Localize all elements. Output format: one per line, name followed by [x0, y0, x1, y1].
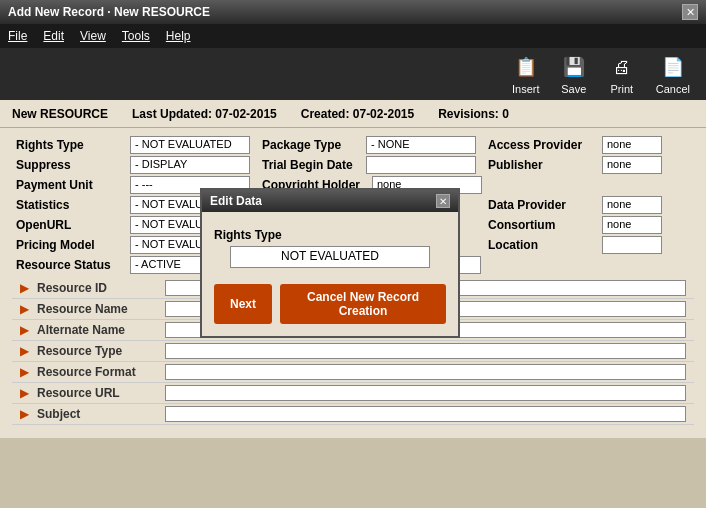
publisher-value: none	[602, 156, 662, 174]
resource-type-field[interactable]	[165, 343, 686, 359]
suppress-value: - DISPLAY	[130, 156, 250, 174]
arrow-icon-alternate-name: ▶	[20, 323, 29, 337]
cancel-new-record-button[interactable]: Cancel New Record Creation	[280, 284, 446, 324]
modal-close-button[interactable]: ✕	[436, 194, 450, 208]
pricing-model-label: Pricing Model	[12, 237, 122, 253]
payment-unit-label: Payment Unit	[12, 177, 122, 193]
cancel-toolbar-button[interactable]: 📄 Cancel	[656, 53, 690, 95]
insert-button[interactable]: 📋 Insert	[512, 53, 540, 95]
menu-help[interactable]: Help	[166, 29, 191, 43]
modal-title-bar: Edit Data ✕	[202, 190, 458, 212]
modal-field-label: Rights Type	[214, 228, 446, 242]
main-content: Rights Type - NOT EVALUATED Package Type…	[0, 128, 706, 438]
resource-url-field[interactable]	[165, 385, 686, 401]
record-type: New RESOURCE	[12, 107, 108, 121]
save-icon: 💾	[560, 53, 588, 81]
menu-edit[interactable]: Edit	[43, 29, 64, 43]
package-type-label: Package Type	[258, 137, 358, 153]
created-date: Created: 07-02-2015	[301, 107, 414, 121]
modal-field-value[interactable]: NOT EVALUATED	[230, 246, 430, 268]
list-item: ▶ Resource Type	[12, 341, 694, 362]
resource-id-label: Resource ID	[37, 281, 157, 295]
modal-title: Edit Data	[210, 194, 262, 208]
window-title: Add New Record · New RESOURCE	[8, 5, 210, 19]
window-close-button[interactable]: ✕	[682, 4, 698, 20]
resource-format-label: Resource Format	[37, 365, 157, 379]
data-provider-label: Data Provider	[484, 197, 594, 213]
arrow-icon-resource-format: ▶	[20, 365, 29, 379]
arrow-icon-subject: ▶	[20, 407, 29, 421]
trial-begin-value	[366, 156, 476, 174]
arrow-icon-resource-type: ▶	[20, 344, 29, 358]
insert-icon: 📋	[512, 53, 540, 81]
subject-label: Subject	[37, 407, 157, 421]
print-icon: 🖨	[608, 53, 636, 81]
edit-data-modal: Edit Data ✕ Rights Type NOT EVALUATED Ne…	[200, 188, 460, 338]
location-label: Location	[484, 237, 594, 253]
record-info-bar: New RESOURCE Last Updated: 07-02-2015 Cr…	[0, 100, 706, 128]
modal-body: Rights Type NOT EVALUATED Next Cancel Ne…	[202, 212, 458, 336]
openurl-label: OpenURL	[12, 217, 122, 233]
arrow-icon-resource-name: ▶	[20, 302, 29, 316]
resource-name-label: Resource Name	[37, 302, 157, 316]
data-provider-value: none	[602, 196, 662, 214]
location-value	[602, 236, 662, 254]
resource-status-label: Resource Status	[12, 257, 122, 273]
arrow-icon-resource-url: ▶	[20, 386, 29, 400]
last-updated: Last Updated: 07-02-2015	[132, 107, 277, 121]
cancel-icon: 📄	[659, 53, 687, 81]
subject-field[interactable]	[165, 406, 686, 422]
consortium-value: none	[602, 216, 662, 234]
consortium-label: Consortium	[484, 217, 594, 233]
menu-bar: File Edit View Tools Help	[0, 24, 706, 48]
title-bar: Add New Record · New RESOURCE ✕	[0, 0, 706, 24]
menu-tools[interactable]: Tools	[122, 29, 150, 43]
resource-type-label: Resource Type	[37, 344, 157, 358]
toolbar: 📋 Insert 💾 Save 🖨 Print 📄 Cancel	[0, 48, 706, 100]
menu-view[interactable]: View	[80, 29, 106, 43]
list-item: ▶ Resource Format	[12, 362, 694, 383]
list-item: ▶ Resource URL	[12, 383, 694, 404]
revisions: Revisions: 0	[438, 107, 509, 121]
suppress-label: Suppress	[12, 157, 122, 173]
save-button[interactable]: 💾 Save	[560, 53, 588, 95]
resource-url-label: Resource URL	[37, 386, 157, 400]
print-button[interactable]: 🖨 Print	[608, 53, 636, 95]
rights-type-label: Rights Type	[12, 137, 122, 153]
publisher-label: Publisher	[484, 157, 594, 173]
access-provider-label: Access Provider	[484, 137, 594, 153]
rights-type-value: - NOT EVALUATED	[130, 136, 250, 154]
trial-begin-label: Trial Begin Date	[258, 157, 358, 173]
alternate-name-label: Alternate Name	[37, 323, 157, 337]
modal-buttons: Next Cancel New Record Creation	[214, 284, 446, 324]
resource-format-field[interactable]	[165, 364, 686, 380]
package-type-value: - NONE	[366, 136, 476, 154]
arrow-icon-resource-id: ▶	[20, 281, 29, 295]
next-button[interactable]: Next	[214, 284, 272, 324]
access-provider-value: none	[602, 136, 662, 154]
menu-file[interactable]: File	[8, 29, 27, 43]
list-item: ▶ Subject	[12, 404, 694, 425]
statistics-label: Statistics	[12, 197, 122, 213]
